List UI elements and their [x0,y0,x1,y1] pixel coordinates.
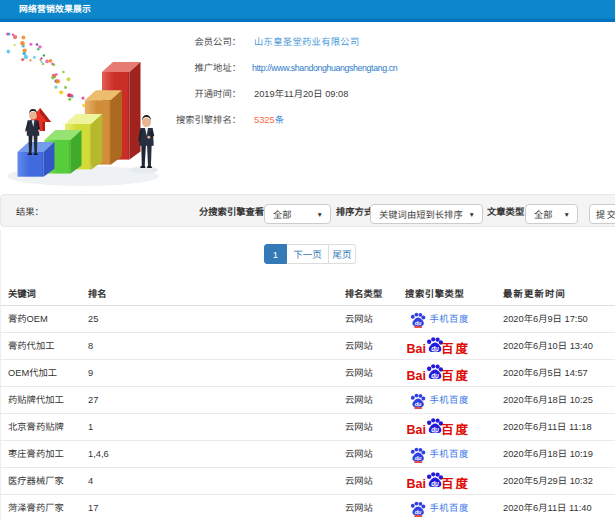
svg-text:百度: 百度 [441,365,470,384]
svg-text:du: du [415,400,422,406]
svg-text:百度: 百度 [441,419,470,438]
svg-text:du: du [415,508,422,514]
svg-text:Bai: Bai [407,423,426,437]
svg-text:du: du [431,345,439,352]
svg-text:du: du [431,480,439,487]
svg-text:du: du [415,319,422,325]
svg-text:Bai: Bai [407,477,426,491]
svg-text:Bai: Bai [407,369,426,383]
svg-text:du: du [431,372,439,379]
svg-text:du: du [431,426,439,433]
svg-text:百度: 百度 [441,473,470,492]
svg-text:百度: 百度 [441,338,470,357]
svg-text:du: du [415,454,422,460]
svg-text:Bai: Bai [407,342,426,356]
